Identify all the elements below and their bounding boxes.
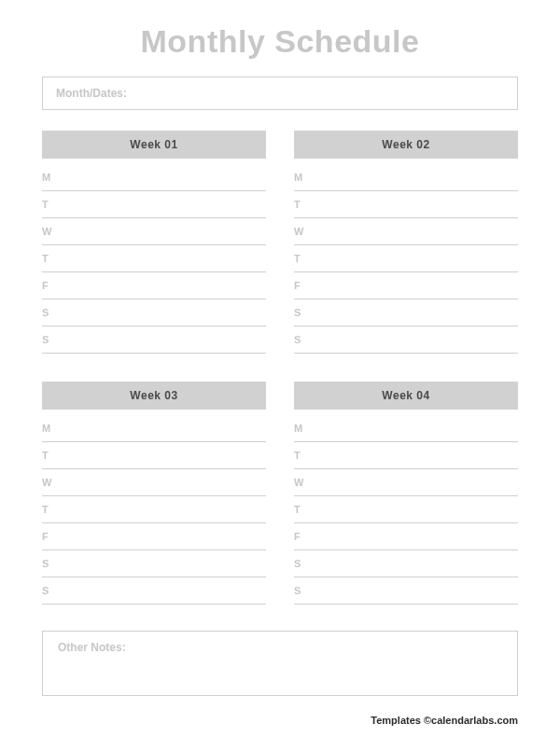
day-row-mon[interactable]: M xyxy=(294,415,518,442)
day-row-mon[interactable]: M xyxy=(42,164,266,191)
day-label: T xyxy=(294,253,313,264)
day-row-sat[interactable]: S xyxy=(42,299,266,327)
day-label: S xyxy=(294,334,313,345)
day-row-fri[interactable]: F xyxy=(294,272,518,299)
day-row-sun[interactable]: S xyxy=(42,577,266,605)
day-label: S xyxy=(42,558,61,569)
day-row-tue[interactable]: T xyxy=(42,191,266,218)
day-row-thu[interactable]: T xyxy=(294,245,518,272)
day-row-wed[interactable]: W xyxy=(294,218,518,245)
day-label: T xyxy=(42,199,61,210)
month-dates-field[interactable]: Month/Dates: xyxy=(42,76,518,110)
day-label: T xyxy=(42,450,61,461)
day-label: T xyxy=(42,253,61,264)
week-header: Week 01 xyxy=(42,131,266,159)
day-row-sun[interactable]: S xyxy=(294,577,518,605)
week-block-04: Week 04 M T W T F S S xyxy=(294,382,518,605)
day-label: S xyxy=(42,585,61,596)
day-label: S xyxy=(42,307,61,318)
day-label: W xyxy=(42,477,61,488)
week-block-02: Week 02 M T W T F S S xyxy=(294,131,518,354)
day-label: S xyxy=(294,585,313,596)
day-row-sat[interactable]: S xyxy=(42,550,266,577)
day-label: F xyxy=(42,280,61,291)
day-label: F xyxy=(294,280,313,291)
day-row-sat[interactable]: S xyxy=(294,299,518,327)
day-label: T xyxy=(294,450,313,461)
day-label: M xyxy=(42,423,61,434)
day-row-fri[interactable]: F xyxy=(42,523,266,550)
day-label: S xyxy=(294,558,313,569)
day-label: M xyxy=(294,172,313,183)
day-row-wed[interactable]: W xyxy=(42,218,266,245)
day-label: S xyxy=(294,307,313,318)
weeks-grid: Week 01 M T W T F S S Week 02 M T W T F … xyxy=(42,131,518,605)
day-label: T xyxy=(42,504,61,515)
page-title: Monthly Schedule xyxy=(42,23,518,60)
week-header: Week 02 xyxy=(294,131,518,159)
day-row-sun[interactable]: S xyxy=(42,327,266,354)
day-row-tue[interactable]: T xyxy=(42,442,266,469)
day-label: T xyxy=(294,199,313,210)
week-block-01: Week 01 M T W T F S S xyxy=(42,131,266,354)
week-header: Week 04 xyxy=(294,382,518,410)
day-row-thu[interactable]: T xyxy=(42,496,266,523)
day-label: M xyxy=(294,423,313,434)
day-row-fri[interactable]: F xyxy=(294,523,518,550)
day-label: F xyxy=(42,531,61,542)
day-label: T xyxy=(294,504,313,515)
day-label: W xyxy=(294,226,313,237)
day-row-sun[interactable]: S xyxy=(294,327,518,354)
week-header: Week 03 xyxy=(42,382,266,410)
day-label: W xyxy=(42,226,61,237)
day-label: F xyxy=(294,531,313,542)
day-row-thu[interactable]: T xyxy=(294,496,518,523)
other-notes-field[interactable]: Other Notes: xyxy=(42,631,518,696)
week-block-03: Week 03 M T W T F S S xyxy=(42,382,266,605)
day-row-sat[interactable]: S xyxy=(294,550,518,577)
day-row-tue[interactable]: T xyxy=(294,191,518,218)
day-label: M xyxy=(42,172,61,183)
day-label: S xyxy=(42,334,61,345)
day-row-mon[interactable]: M xyxy=(42,415,266,442)
day-row-tue[interactable]: T xyxy=(294,442,518,469)
day-row-mon[interactable]: M xyxy=(294,164,518,191)
day-row-fri[interactable]: F xyxy=(42,272,266,299)
day-row-wed[interactable]: W xyxy=(294,469,518,496)
day-row-wed[interactable]: W xyxy=(42,469,266,496)
day-label: W xyxy=(294,477,313,488)
footer-credit: Templates ©calendarlabs.com xyxy=(371,715,518,726)
day-row-thu[interactable]: T xyxy=(42,245,266,272)
